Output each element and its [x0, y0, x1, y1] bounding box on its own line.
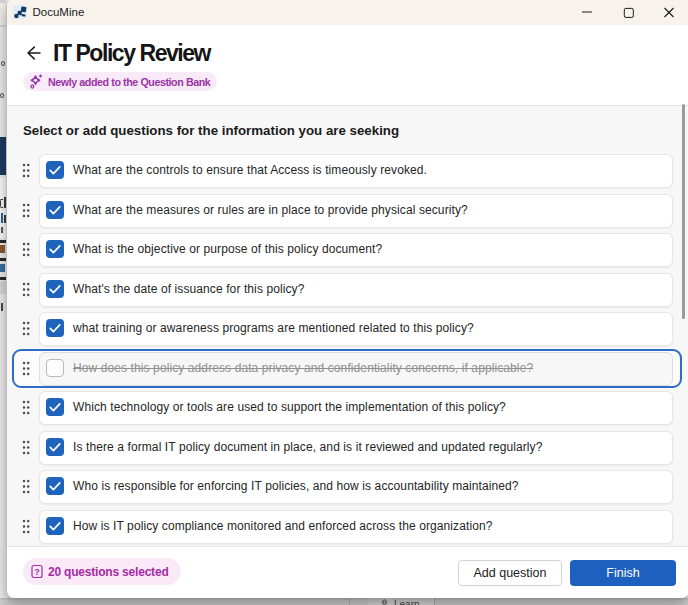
svg-text:?: ? — [34, 567, 40, 577]
